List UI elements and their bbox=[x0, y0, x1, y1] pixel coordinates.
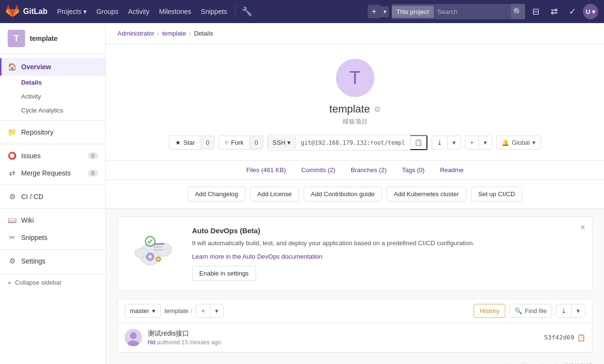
add-button[interactable]: + bbox=[368, 5, 380, 18]
repo-add-button-group: + ▾ bbox=[196, 304, 224, 318]
sidebar-divider-1 bbox=[0, 120, 105, 121]
sidebar-project-header: T template bbox=[0, 23, 105, 54]
sidebar-settings-label: Settings bbox=[21, 257, 46, 265]
repository-icon: 📁 bbox=[8, 128, 16, 137]
add-file-button[interactable]: + bbox=[465, 136, 479, 149]
repo-toolbar: master ▾ template / + ▾ History 🔍 bbox=[118, 299, 592, 323]
history-button[interactable]: History bbox=[474, 304, 505, 318]
nav-separator bbox=[235, 6, 235, 17]
notification-caret-icon: ▾ bbox=[532, 139, 536, 146]
sidebar-nav: 🏠 Overview Details Activity Cycle Analyt… bbox=[0, 54, 105, 274]
clone-caret-button[interactable]: ▾ bbox=[448, 136, 461, 149]
star-button-group: ★ Star 0 bbox=[169, 136, 215, 150]
nav-milestones[interactable]: Milestones bbox=[155, 6, 195, 17]
stats-files[interactable]: Files (461 KB) bbox=[246, 166, 286, 174]
collapse-icon: « bbox=[8, 279, 11, 286]
search-repo-icon: 🔍 bbox=[514, 307, 522, 314]
user-avatar-button[interactable]: U ▾ bbox=[583, 4, 598, 19]
star-button[interactable]: ★ Star bbox=[169, 136, 201, 149]
sidebar-sub-details[interactable]: Details bbox=[21, 75, 105, 89]
repo-clone-button-group: ⤓ ▾ bbox=[556, 304, 585, 318]
fork-button[interactable]: ⑂ Fork bbox=[219, 136, 249, 149]
svg-rect-9 bbox=[154, 246, 162, 248]
sidebar-item-wiki[interactable]: 📖 Wiki bbox=[0, 212, 105, 229]
nav-activity[interactable]: Activity bbox=[124, 6, 153, 17]
nav-groups[interactable]: Groups bbox=[92, 6, 122, 17]
commit-time: 15 minutes ago bbox=[181, 339, 221, 346]
notification-label: Global bbox=[512, 139, 530, 146]
ssh-dropdown-button[interactable]: SSH ▾ bbox=[268, 136, 296, 149]
stats-branches[interactable]: Branches (2) bbox=[351, 166, 386, 174]
clone-button[interactable]: ⤓ bbox=[432, 136, 447, 149]
sidebar-item-overview[interactable]: 🏠 Overview bbox=[0, 58, 105, 75]
issues-icon[interactable]: ✓ bbox=[565, 4, 580, 19]
add-caret-button[interactable]: ▾ bbox=[479, 136, 492, 149]
sidebar-sub-activity[interactable]: Activity bbox=[21, 89, 105, 103]
repo-clone-caret[interactable]: ▾ bbox=[572, 304, 585, 317]
repo-add-button[interactable]: + bbox=[196, 304, 210, 317]
project-settings-icon[interactable]: ⚙ bbox=[374, 105, 381, 114]
stats-tags[interactable]: Tags (0) bbox=[402, 166, 424, 174]
sidebar-divider-4 bbox=[0, 208, 105, 209]
wiki-icon: 📖 bbox=[8, 216, 16, 225]
nav-snippets[interactable]: Snippets bbox=[197, 6, 231, 17]
devops-close-button[interactable]: × bbox=[580, 223, 585, 233]
sidebar-item-merge-requests[interactable]: ⇄ Merge Requests 0 bbox=[0, 164, 105, 182]
notification-button[interactable]: 🔔 Global ▾ bbox=[496, 136, 541, 150]
sidebar-toggle-icon[interactable]: ⊟ bbox=[528, 4, 543, 19]
merge-request-icon[interactable]: ⇄ bbox=[546, 4, 562, 19]
commit-hash-group: 53f42d69 📋 bbox=[544, 334, 585, 341]
wrench-icon[interactable]: 🔧 bbox=[239, 4, 255, 19]
sidebar-item-cicd[interactable]: ⚙ CI / CD bbox=[0, 188, 105, 205]
sidebar-item-snippets[interactable]: ✂ Snippets bbox=[0, 229, 105, 246]
nav-projects[interactable]: Projects ▾ bbox=[53, 6, 90, 17]
svg-point-12 bbox=[130, 332, 137, 339]
branch-name: master bbox=[130, 307, 149, 314]
path-project: template bbox=[165, 307, 189, 314]
sidebar-project-name: template bbox=[30, 35, 58, 42]
sidebar-item-repository[interactable]: 📁 Repository bbox=[0, 124, 105, 141]
repo-clone-button[interactable]: ⤓ bbox=[556, 304, 571, 317]
commit-hash-link[interactable]: 53f42d69 bbox=[544, 334, 574, 341]
stats-bar: Files (461 KB) Commits (2) Branches (2) … bbox=[106, 161, 604, 180]
search-input[interactable] bbox=[434, 6, 511, 18]
branch-caret-icon: ▾ bbox=[152, 307, 155, 314]
collapse-sidebar-button[interactable]: « Collapse sidebar bbox=[0, 274, 105, 291]
breadcrumb-admin[interactable]: Administrator bbox=[117, 30, 154, 37]
devops-illustration bbox=[129, 226, 182, 270]
ssh-copy-button[interactable]: 📋 bbox=[410, 135, 427, 150]
stats-readme[interactable]: Readme bbox=[440, 166, 463, 174]
main-content: Administrator › template › Details T tem… bbox=[106, 23, 604, 364]
add-kubernetes-button[interactable]: Add Kubernetes cluster bbox=[386, 187, 466, 201]
find-file-button[interactable]: 🔍 Find file bbox=[509, 304, 552, 318]
devops-link[interactable]: Learn more in the Auto DevOps documentat… bbox=[192, 253, 580, 260]
add-changelog-button[interactable]: Add Changelog bbox=[188, 187, 245, 201]
stats-commits[interactable]: Commits (2) bbox=[301, 166, 335, 174]
sidebar-snippets-label: Snippets bbox=[21, 234, 47, 241]
sidebar-item-settings[interactable]: ⚙ Settings bbox=[0, 252, 105, 270]
star-count: 0 bbox=[201, 136, 214, 149]
copy-hash-icon[interactable]: 📋 bbox=[577, 334, 585, 341]
plus-icon: + bbox=[470, 139, 474, 146]
gitlab-logo[interactable]: GitLab bbox=[6, 5, 48, 18]
sidebar-item-issues[interactable]: ⭕ Issues 0 bbox=[0, 147, 105, 164]
search-scope-button[interactable]: This project bbox=[392, 6, 434, 18]
search-icon[interactable]: 🔍 bbox=[511, 4, 525, 19]
add-license-button[interactable]: Add License bbox=[250, 187, 299, 201]
bell-icon: 🔔 bbox=[501, 139, 509, 146]
breadcrumb-project[interactable]: template bbox=[162, 30, 186, 37]
repo-add-caret[interactable]: ▾ bbox=[210, 304, 223, 317]
commit-author[interactable]: hld bbox=[148, 339, 155, 346]
ssh-url-group: SSH ▾ git@192.168.179.132:root/templ 📋 bbox=[267, 135, 427, 151]
add-caret-button[interactable]: ▾ bbox=[381, 6, 389, 17]
devops-title: Auto DevOps (Beta) bbox=[192, 226, 580, 235]
sidebar-sub-cycle-analytics[interactable]: Cycle Analytics bbox=[21, 103, 105, 117]
project-avatar-large: T bbox=[336, 59, 374, 97]
sidebar-divider-2 bbox=[0, 144, 105, 144]
devops-description: It will automatically build, test, and d… bbox=[192, 238, 580, 248]
project-title-row: template ⚙ bbox=[329, 103, 380, 115]
branch-selector[interactable]: master ▾ bbox=[125, 304, 161, 318]
setup-cicd-button[interactable]: Set up CI/CD bbox=[471, 187, 523, 201]
enable-devops-button[interactable]: Enable in settings bbox=[192, 266, 256, 281]
add-contribution-guide-button[interactable]: Add Contribution guide bbox=[304, 187, 382, 201]
